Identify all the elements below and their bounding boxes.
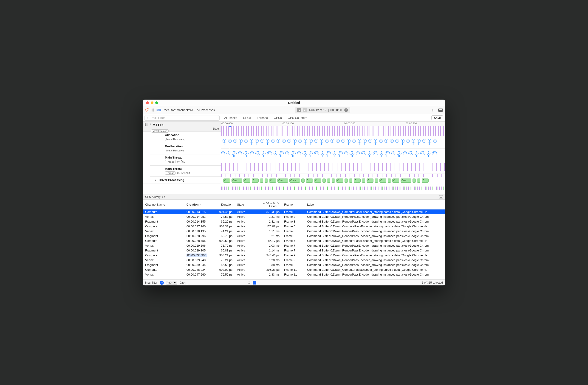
timeline-marker-icon[interactable]: [403, 152, 407, 157]
timeline-marker-icon[interactable]: [309, 152, 312, 157]
timeline-marker-icon[interactable]: [282, 139, 286, 145]
filter-mode-select[interactable]: ANY: [166, 281, 177, 285]
col-channel[interactable]: Channel Name: [143, 200, 184, 210]
tab-all-tracks[interactable]: All Tracks: [224, 116, 237, 119]
timeline-marker-icon[interactable]: [227, 152, 230, 157]
timeline-marker-icon[interactable]: [341, 139, 345, 145]
timeline-marker-icon[interactable]: [309, 139, 312, 145]
timeline-marker-icon[interactable]: [406, 139, 410, 145]
timeline-marker-icon[interactable]: [277, 139, 280, 145]
timeline-marker-icon[interactable]: [272, 139, 275, 145]
timeline-marker-icon[interactable]: [250, 152, 253, 157]
timeline-marker-icon[interactable]: [347, 139, 350, 145]
filter-chip-icon[interactable]: ⇄: [160, 281, 164, 285]
command-buffer-block[interactable]: C…: [422, 178, 429, 183]
command-buffer-block[interactable]: C…: [367, 178, 374, 183]
time-ruler[interactable]: 00:00.000 00:00.100 00:00.200 00:00.300: [221, 122, 445, 126]
command-buffer-block[interactable]: C…: [314, 178, 321, 183]
breadcrumb[interactable]: fbeaufort-macbookpro › All Processes: [164, 108, 215, 112]
command-buffer-block[interactable]: [345, 178, 348, 183]
table-row[interactable]: Fragment00:00.039.34465.58 μsActive1.38 …: [143, 263, 445, 267]
timeline-marker-icon[interactable]: [385, 139, 388, 145]
activity-table[interactable]: Channel Name Creation⌃ Duration State CP…: [143, 200, 445, 279]
timeline-body[interactable]: C…Com…C…C… C…Com…Comm… C…C… C… C… C… C… …: [221, 126, 445, 194]
timeline-marker-icon[interactable]: [327, 152, 331, 157]
command-buffer-block[interactable]: C…: [243, 178, 250, 183]
track-allocation[interactable]: Allocation Metal Resource: [150, 132, 221, 143]
col-state[interactable]: State: [235, 200, 252, 210]
timeline-marker-icon[interactable]: [250, 139, 253, 145]
timeline-marker-icon[interactable]: [368, 152, 371, 157]
timeline-marker-icon[interactable]: [280, 152, 283, 157]
filter-toggle[interactable]: [253, 281, 256, 285]
tab-threads[interactable]: Threads: [257, 116, 268, 119]
command-buffer-block[interactable]: Com…: [277, 178, 288, 183]
timeline-marker-icon[interactable]: [422, 152, 425, 157]
timeline-marker-icon[interactable]: [390, 139, 394, 145]
timeline-marker-icon[interactable]: [325, 139, 329, 145]
save-button[interactable]: Save: [431, 116, 443, 120]
table-row[interactable]: Vertex00:00.014.25374.58 μsActive1.31 ms…: [143, 214, 445, 219]
timeline-marker-icon[interactable]: [356, 152, 359, 157]
command-buffer-block[interactable]: [301, 178, 305, 183]
timeline-marker-icon[interactable]: [331, 139, 334, 145]
table-row[interactable]: Compute00:00.046.324903.00 μsActive395.3…: [143, 267, 445, 272]
command-buffer-block[interactable]: [362, 178, 365, 183]
command-buffer-block[interactable]: C…: [223, 178, 230, 183]
tab-gpu-counters[interactable]: GPU Counters: [288, 116, 307, 119]
timeline-marker-icon[interactable]: [417, 139, 420, 145]
timeline-marker-icon[interactable]: [298, 139, 302, 145]
command-buffer-block[interactable]: C…: [252, 178, 259, 183]
command-buffer-block[interactable]: [349, 178, 352, 183]
timeline-marker-icon[interactable]: [352, 139, 356, 145]
playhead[interactable]: [230, 126, 230, 194]
timeline-marker-icon[interactable]: [266, 139, 269, 145]
col-duration[interactable]: Duration: [214, 200, 235, 210]
timeline-marker-icon[interactable]: [375, 152, 378, 157]
timeline-marker-icon[interactable]: [427, 152, 430, 157]
timeline-marker-icon[interactable]: [320, 139, 323, 145]
info-icon[interactable]: i: [344, 108, 348, 112]
timeline-marker-icon[interactable]: [428, 139, 431, 145]
col-creation[interactable]: Creation⌃: [184, 200, 214, 210]
command-buffer-block[interactable]: [375, 178, 378, 183]
timeline-marker-icon[interactable]: [297, 152, 301, 157]
timeline-marker-icon[interactable]: [398, 152, 401, 157]
track-main-thread-2[interactable]: Main Thread Thread0x124eef: [150, 165, 221, 177]
col-label[interactable]: Label: [305, 200, 445, 210]
command-buffer-block[interactable]: Com…: [231, 178, 242, 183]
timeline-marker-icon[interactable]: [321, 152, 324, 157]
timeline-marker-icon[interactable]: [288, 139, 291, 145]
timeline-marker-icon[interactable]: [274, 152, 277, 157]
timeline-marker-icon[interactable]: [345, 152, 348, 157]
timeline-marker-icon[interactable]: [304, 152, 307, 157]
command-buffer-block[interactable]: [265, 178, 268, 183]
list-display-options-icon[interactable]: [439, 195, 443, 198]
timeline-marker-icon[interactable]: [379, 139, 383, 145]
command-buffer-block[interactable]: [327, 178, 330, 183]
timeline-marker-icon[interactable]: [358, 139, 361, 145]
track-main-thread-1[interactable]: Main Thread Thread0xfce: [150, 154, 221, 165]
timeline-marker-icon[interactable]: [315, 139, 318, 145]
track-deallocation[interactable]: Deallocation Metal Resource: [150, 143, 221, 154]
col-frame[interactable]: Frame: [282, 200, 305, 210]
run-next-button[interactable]: ▶: [303, 108, 307, 112]
chevron-down-icon[interactable]: ▼: [149, 123, 151, 125]
timeline-marker-icon[interactable]: [255, 139, 258, 145]
timeline-marker-icon[interactable]: [244, 139, 248, 145]
command-buffer-block[interactable]: [413, 178, 416, 183]
table-row[interactable]: Compute00:00.027.260904.33 μsActive175.0…: [143, 224, 445, 229]
tab-cpus[interactable]: CPUs: [243, 116, 251, 119]
timeline-marker-icon[interactable]: [261, 139, 264, 145]
timeline-marker-icon[interactable]: [423, 139, 426, 145]
table-row[interactable]: Fragment00:00.029.80565.83 μsActive1.14 …: [143, 248, 445, 253]
timeline-marker-icon[interactable]: [392, 152, 395, 157]
command-buffer-block[interactable]: C…: [354, 178, 361, 183]
timeline-marker-icon[interactable]: [410, 152, 413, 157]
record-button[interactable]: [145, 108, 149, 112]
timeline-marker-icon[interactable]: [336, 139, 339, 145]
command-buffer-block[interactable]: Comm…: [289, 178, 300, 183]
timeline[interactable]: 00:00.000 00:00.100 00:00.200 00:00.300: [221, 122, 445, 194]
command-buffer-block[interactable]: C…: [336, 178, 343, 183]
add-button[interactable]: ＋: [430, 107, 435, 113]
